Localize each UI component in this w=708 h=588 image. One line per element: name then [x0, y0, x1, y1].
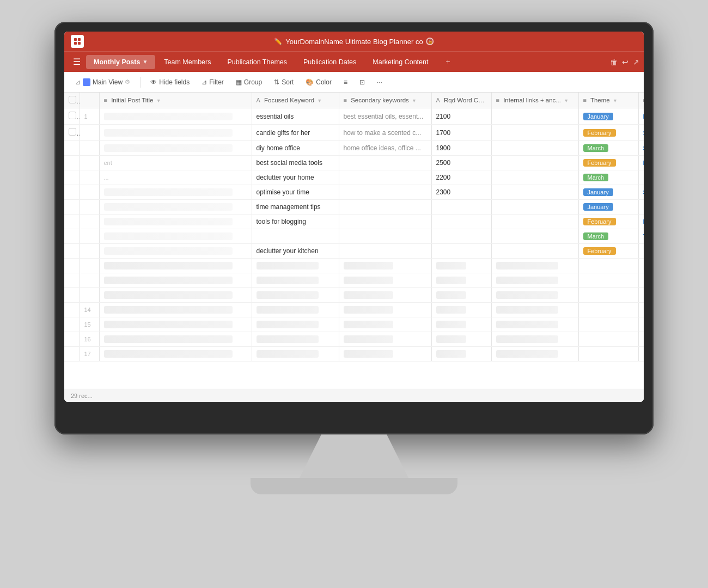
row-wordcount-cell[interactable]: 1700 [431, 125, 491, 141]
row-author-cell[interactable]: Sharon Elves [638, 141, 644, 156]
row-secondary-cell[interactable]: how to make a scented c... [339, 125, 431, 141]
row-height-button[interactable]: ≡ [339, 76, 352, 88]
hamburger-icon[interactable]: ☰ [69, 53, 85, 70]
row-wordcount-cell[interactable]: 2300 [431, 185, 491, 200]
row-check-cell[interactable] [64, 244, 80, 259]
row-internal-cell[interactable] [491, 200, 578, 215]
hide-fields-button[interactable]: 👁 Hide fields [146, 76, 194, 88]
row-check-cell[interactable] [64, 125, 80, 141]
history-icon[interactable]: ↩ [622, 58, 628, 66]
row-keyword-cell[interactable]: declutter your kitchen [252, 244, 339, 259]
row-internal-cell[interactable] [491, 125, 578, 141]
row-theme-cell[interactable]: February [578, 156, 638, 170]
table-row[interactable]: ... declutter your home 2200 March [64, 170, 644, 185]
table-row[interactable]: declutter your kitchen February [64, 244, 644, 259]
row-title-cell[interactable] [99, 200, 252, 215]
row-secondary-cell[interactable] [339, 215, 431, 229]
th-wordcount[interactable]: A Rqd Word Count ▼ [431, 93, 491, 108]
table-row[interactable]: optimise your time 2300 January Sharon E… [64, 185, 644, 200]
table-row[interactable]: 1 essential oils best essential oils, es… [64, 108, 644, 125]
sort-button[interactable]: ⇅ Sort [270, 76, 298, 88]
row-check-cell[interactable] [64, 347, 80, 362]
select-all-checkbox[interactable] [69, 96, 76, 103]
view-selector[interactable]: ⊿ Main View ⚙ [71, 76, 135, 88]
row-check-cell[interactable] [64, 317, 80, 332]
row-secondary-cell[interactable] [339, 185, 431, 200]
row-theme-cell[interactable]: February [578, 244, 638, 259]
row-title-cell[interactable] [99, 125, 252, 141]
row-keyword-cell[interactable] [252, 229, 339, 244]
row-title-cell[interactable] [99, 108, 252, 125]
table-row[interactable]: 17 [64, 347, 644, 362]
row-keyword-cell[interactable]: diy home office [252, 141, 339, 156]
row-check-cell[interactable] [64, 185, 80, 200]
row-secondary-cell[interactable] [339, 244, 431, 259]
row-theme-cell[interactable]: January [578, 185, 638, 200]
row-keyword-cell[interactable]: essential oils [252, 108, 339, 125]
row-theme-cell[interactable]: January [578, 108, 638, 125]
row-secondary-cell[interactable]: home office ideas, office ... [339, 141, 431, 156]
row-theme-cell[interactable]: March [578, 229, 638, 244]
table-row[interactable]: 14 [64, 303, 644, 317]
table-row[interactable] [64, 273, 644, 288]
row-check-cell[interactable] [64, 273, 80, 288]
color-button[interactable]: 🎨 Color [301, 76, 336, 88]
row-author-cell[interactable]: Kim Fields [638, 156, 644, 170]
row-check-cell[interactable] [64, 200, 80, 215]
row-internal-cell[interactable] [491, 170, 578, 185]
table-row[interactable]: tools for blogging February Kim Fields [64, 215, 644, 229]
table-row[interactable]: March Trevor Smith [64, 229, 644, 244]
tab-marketing-content[interactable]: Marketing Content [365, 55, 436, 69]
row-wordcount-cell[interactable] [431, 244, 491, 259]
row-theme-cell[interactable]: February [578, 125, 638, 141]
row-check-cell[interactable] [64, 170, 80, 185]
row-author-cell[interactable]: Penny Wright [638, 108, 644, 125]
row-checkbox[interactable] [69, 128, 76, 136]
row-theme-cell[interactable]: March [578, 170, 638, 185]
th-title[interactable]: ≡ Initial Post Title ▼ [99, 93, 252, 108]
row-keyword-cell[interactable]: best social media tools [252, 156, 339, 170]
th-keyword[interactable]: A Focused Keyword ▼ [252, 93, 339, 108]
row-title-cell[interactable]: ent [99, 156, 252, 170]
th-checkbox[interactable] [64, 93, 80, 108]
row-author-cell[interactable] [638, 244, 644, 259]
share-icon[interactable]: ↗ [633, 58, 639, 66]
table-row[interactable] [64, 288, 644, 303]
row-title-cell[interactable] [99, 141, 252, 156]
row-theme-cell[interactable]: March [578, 141, 638, 156]
more-button[interactable]: ··· [373, 76, 387, 88]
tab-publication-dates[interactable]: Publication Dates [296, 55, 364, 69]
row-wordcount-cell[interactable] [431, 229, 491, 244]
row-internal-cell[interactable] [491, 108, 578, 125]
row-secondary-cell[interactable] [339, 156, 431, 170]
table-row[interactable]: candle gifts for her how to make a scent… [64, 125, 644, 141]
tab-add[interactable]: ＋ [437, 54, 459, 70]
row-title-cell[interactable]: ... [99, 170, 252, 185]
row-title-cell[interactable] [99, 244, 252, 259]
row-title-cell[interactable] [99, 229, 252, 244]
row-author-cell[interactable]: Trevor Smith [638, 229, 644, 244]
row-wordcount-cell[interactable] [431, 215, 491, 229]
table-row[interactable] [64, 259, 644, 273]
row-author-cell[interactable]: Sharon Elves [638, 125, 644, 141]
row-internal-cell[interactable] [491, 244, 578, 259]
row-author-cell[interactable] [638, 170, 644, 185]
row-secondary-cell[interactable] [339, 170, 431, 185]
table-row[interactable]: time management tips January [64, 200, 644, 215]
expand-button[interactable]: ⊡ [355, 76, 369, 88]
row-keyword-cell[interactable]: time management tips [252, 200, 339, 215]
group-button[interactable]: ▦ Group [231, 76, 266, 88]
row-secondary-cell[interactable] [339, 229, 431, 244]
delete-icon[interactable]: 🗑 [610, 58, 618, 66]
row-author-cell[interactable]: Kim Fields [638, 215, 644, 229]
row-check-cell[interactable] [64, 108, 80, 125]
row-check-cell[interactable] [64, 141, 80, 156]
row-check-cell[interactable] [64, 332, 80, 347]
row-internal-cell[interactable] [491, 141, 578, 156]
row-wordcount-cell[interactable]: 2500 [431, 156, 491, 170]
row-title-cell[interactable] [99, 215, 252, 229]
row-check-cell[interactable] [64, 259, 80, 273]
row-keyword-cell[interactable]: declutter your home [252, 170, 339, 185]
table-row[interactable]: ent best social media tools 2500 Februar… [64, 156, 644, 170]
row-keyword-cell[interactable]: optimise your time [252, 185, 339, 200]
